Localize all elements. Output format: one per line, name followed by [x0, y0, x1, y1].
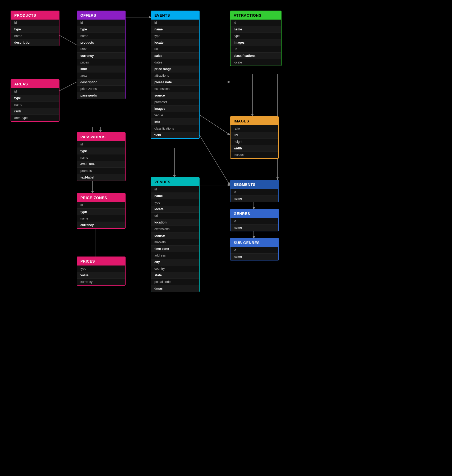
table-offers-header: OFFERS	[77, 11, 125, 20]
table-attractions-body: id name type images url classifications …	[230, 20, 281, 66]
table-row: exclusive	[77, 161, 125, 168]
table-row: url	[151, 213, 199, 219]
table-row: promoter	[151, 99, 199, 106]
table-areas-header: AREAS	[11, 80, 59, 88]
table-genres-header: GENRES	[230, 209, 278, 218]
table-row: name	[230, 225, 278, 231]
table-row: dmas	[151, 285, 199, 292]
table-row: prompts	[77, 168, 125, 174]
table-row: value	[77, 272, 125, 279]
table-row: please note	[151, 79, 199, 86]
table-row: type	[11, 95, 59, 102]
table-row: Images	[151, 106, 199, 112]
table-row: description	[77, 79, 125, 86]
table-row: classifications	[230, 53, 281, 59]
table-row: name	[77, 33, 125, 39]
table-attractions: ATTRACTIONS id name type images url clas…	[230, 11, 282, 66]
table-row: venue	[151, 112, 199, 119]
table-row: source	[151, 232, 199, 239]
table-row: url	[151, 46, 199, 53]
table-row: source	[151, 92, 199, 99]
table-row: id	[230, 247, 278, 254]
table-row: locale	[230, 59, 281, 66]
table-row: locate	[151, 39, 199, 46]
table-row: ratio	[230, 125, 278, 132]
table-row: price-zones	[77, 86, 125, 92]
table-row: id	[11, 20, 59, 26]
table-row: currency	[77, 279, 125, 285]
table-sub-genres: SUB-GENRES id name	[230, 238, 279, 260]
table-row: classifications	[151, 125, 199, 132]
table-row: url	[230, 132, 278, 139]
table-segments-body: id name	[230, 189, 278, 202]
table-venues-body: id name type locate url location extensi…	[151, 186, 199, 292]
table-row: postal code	[151, 279, 199, 285]
table-row: height	[230, 139, 278, 145]
table-passwords-header: PASSWORDS	[77, 133, 125, 141]
table-row: text-label	[77, 174, 125, 181]
table-row: currency	[77, 53, 125, 59]
table-sub-genres-header: SUB-GENRES	[230, 239, 278, 247]
diagram-container: PRODUCTS id type name description AREAS …	[0, 0, 452, 476]
table-passwords-body: id type name exclusive prompts text-labe…	[77, 141, 125, 181]
table-price-zones: PRICE-ZONES id type name currency	[77, 193, 126, 229]
table-row: id	[151, 20, 199, 26]
table-price-zones-body: id type name currency	[77, 202, 125, 228]
table-products: PRODUCTS id type name description	[11, 11, 59, 46]
table-row: id	[151, 186, 199, 193]
table-segments: SEGMENTS id name	[230, 180, 279, 202]
table-row: width	[230, 145, 278, 152]
table-row: name	[11, 102, 59, 108]
table-row: type	[11, 26, 59, 33]
table-row: locate	[151, 206, 199, 213]
table-row: area	[77, 72, 125, 79]
table-venues-header: VENUES	[151, 178, 199, 186]
table-row: type	[77, 266, 125, 272]
table-products-body: id type name description	[11, 20, 59, 46]
table-row: address	[151, 252, 199, 259]
table-row: id	[77, 202, 125, 209]
table-prices: PRICES type value currency	[77, 257, 126, 286]
table-row: state	[151, 272, 199, 279]
table-segments-header: SEGMENTS	[230, 180, 278, 189]
table-row: id	[77, 141, 125, 148]
table-row: markets	[151, 239, 199, 246]
table-row: info	[151, 119, 199, 125]
table-row: name	[230, 26, 281, 33]
table-row: type	[151, 33, 199, 39]
table-row: passwords	[77, 92, 125, 99]
table-row: time zone	[151, 246, 199, 252]
table-sub-genres-body: id name	[230, 247, 278, 260]
table-venues: VENUES id name type locate url location …	[151, 177, 200, 292]
table-row: type	[230, 33, 281, 39]
table-row: attractions	[151, 72, 199, 79]
table-areas: AREAS id type name rank area-type	[11, 79, 59, 122]
table-row: url	[230, 46, 281, 53]
table-row: rank	[11, 108, 59, 115]
table-row: field	[151, 132, 199, 138]
table-row: products	[77, 39, 125, 46]
table-events-header: EVENTS	[151, 11, 199, 20]
table-row: name	[11, 33, 59, 39]
table-images-body: ratio url height width fallback	[230, 125, 278, 158]
table-row: id	[11, 88, 59, 95]
table-genres: GENRES id name	[230, 209, 279, 231]
table-row: type	[77, 209, 125, 215]
table-row: currency	[77, 222, 125, 228]
table-row: name	[77, 215, 125, 222]
table-row: country	[151, 266, 199, 272]
table-row: images	[230, 39, 281, 46]
table-row: id	[230, 218, 278, 225]
connectors-svg	[0, 0, 452, 476]
table-row: location	[151, 219, 199, 226]
table-events: EVENTS id name type locate url sales dat…	[151, 11, 200, 139]
svg-line-9	[198, 132, 230, 185]
table-prices-header: PRICES	[77, 257, 125, 266]
table-row: name	[230, 254, 278, 260]
table-offers: OFFERS id type name products rank curren…	[77, 11, 126, 99]
table-products-header: PRODUCTS	[11, 11, 59, 20]
table-row: rank	[77, 46, 125, 53]
table-row: city	[151, 259, 199, 266]
table-images: IMAGES ratio url height width fallback	[230, 116, 279, 159]
table-row: area-type	[11, 115, 59, 121]
